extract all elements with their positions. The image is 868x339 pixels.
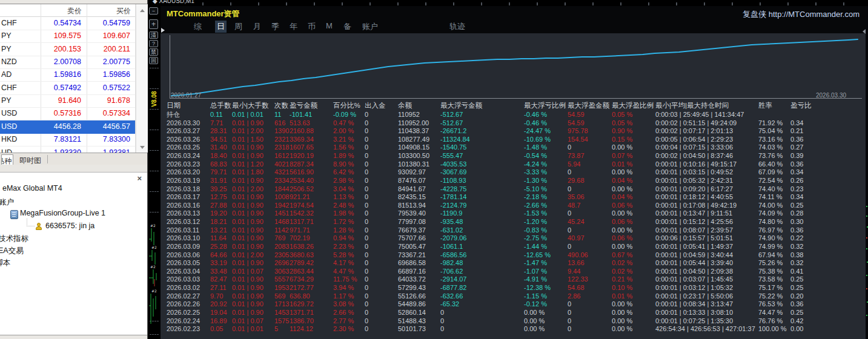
market-watch-scrollbar[interactable] <box>136 4 148 153</box>
navigator-root[interactable]: eMax Global MT4 <box>2 184 62 193</box>
table-cell: -512.67 <box>440 111 463 119</box>
table-cell: 0 <box>365 234 368 242</box>
buy-price-column-header[interactable]: 买价 <box>84 6 131 16</box>
table-cell: 0.01 | 2.00 <box>232 127 263 135</box>
table-cell: -2.18 % <box>524 193 547 201</box>
table-cell: 2026.03.18 <box>167 185 200 193</box>
help-button[interactable]: ? <box>149 40 158 47</box>
disable-button[interactable]: 禁 <box>149 48 158 56</box>
market-watch-row[interactable]: AD1.598161.59856 <box>0 68 135 82</box>
table-cell: 0:00:01 | 0:07:25 | 1:35:30 <box>655 317 733 325</box>
table-cell: -706.62 <box>440 268 463 275</box>
table-cell: -1.15 % <box>524 292 547 300</box>
table-row: 2026.03.307.710.01 | 0.90616513.630.47 %… <box>161 119 866 128</box>
crosshair-move-icon[interactable]: + <box>149 19 158 29</box>
market-watch-row[interactable]: PY91.64091.678 <box>0 94 135 108</box>
navigator-item-accounts[interactable]: 账户 <box>0 197 14 208</box>
table-cell: 0.06 % <box>612 234 632 242</box>
table-cell: 0.28 <box>790 209 803 217</box>
market-watch-row[interactable]: USD0.573160.57334 <box>0 107 135 120</box>
table-cell: 0 <box>568 325 571 333</box>
table-cell: 2026.03.11 <box>167 226 199 234</box>
market-watch-row[interactable]: USD4456.284456.57 <box>0 120 135 134</box>
brand-link[interactable]: 复盘侠 http://MTCommander.com <box>743 9 860 20</box>
table-cell: 6734.29 <box>290 275 314 283</box>
table-cell: 0.34 <box>790 119 803 127</box>
table-cell: -4.24 % <box>524 160 547 168</box>
panel-menu-item-9[interactable]: 备 <box>343 21 351 32</box>
table-cell: 74.47 % <box>758 309 783 317</box>
scroll-up-icon[interactable] <box>140 9 145 12</box>
buy-price: 91.678 <box>84 96 130 105</box>
market-watch-row[interactable]: CHF0.547340.54759 <box>0 17 135 30</box>
panel-menu-item-1[interactable]: 综 <box>194 21 202 32</box>
table-cell: 1.17 % <box>333 292 354 300</box>
sell-price: 0.57316 <box>41 109 81 117</box>
navigator-item-ea[interactable]: EA交易 <box>0 246 24 256</box>
panel-menu-item-2[interactable]: 日 <box>215 21 227 33</box>
table-cell: 74.99 % <box>758 243 783 251</box>
sell-price: 1.59816 <box>41 70 81 79</box>
table-cell: 87476.07 <box>398 177 426 185</box>
panel-menu-item-3[interactable]: 周 <box>234 21 242 32</box>
table-cell: 0.00 % <box>612 168 632 176</box>
panel-menu-item-8[interactable]: M <box>326 21 333 30</box>
clear-button[interactable]: 清 <box>149 31 158 39</box>
panel-menu-item-6[interactable]: 年 <box>290 21 297 32</box>
table-cell: 0.32 <box>790 243 803 251</box>
navigator-item-server[interactable]: MegaFusionGroup-Live 1 <box>20 209 105 217</box>
table-cell: 74.03 % <box>758 143 783 151</box>
market-watch-row[interactable]: PY200.153200.211 <box>0 43 135 56</box>
panel-menu-item-5[interactable]: 季 <box>271 21 279 32</box>
market-watch-row[interactable]: UD1.933301.93381 <box>0 146 135 153</box>
table-cell: 79539.40 <box>398 209 426 217</box>
panel-menu-item-4[interactable]: 月 <box>253 21 261 32</box>
chart-gridline-dash <box>150 88 159 89</box>
table-cell: 0.01 | 0.90 <box>232 209 263 217</box>
column-header: 次数 <box>274 101 288 110</box>
panel-minimize-button[interactable]: − <box>149 7 158 15</box>
table-row: 2026.03.1011.640.01 | 0.90769702.190.94 … <box>161 234 866 243</box>
market-watch-row[interactable]: PY109.575109.607 <box>0 30 135 43</box>
market-watch-row[interactable]: CHF0.574920.57522 <box>0 82 135 95</box>
table-cell: 2.23 % <box>333 243 354 251</box>
table-cell: 769 <box>274 234 285 242</box>
table-cell: 4321 <box>274 168 289 176</box>
table-cell: 69686.58 <box>398 259 426 267</box>
chart-gridline-dash <box>150 109 159 110</box>
panel-menu-item-7[interactable]: 币 <box>308 21 316 32</box>
table-cell: 45.24 <box>568 218 585 226</box>
panel-menu-item-10[interactable]: 账户 <box>362 21 378 32</box>
table-cell: -1781.14 <box>440 193 466 201</box>
table-cell: 3063 <box>274 268 289 275</box>
panel-menu-item-11[interactable]: 轨迹 <box>449 21 465 32</box>
market-watch-row[interactable]: HKD7.831217.83300 <box>0 133 135 146</box>
chart-end-date: 2026.03.30 <box>816 92 846 99</box>
table-cell: 74.11 % <box>758 193 783 201</box>
window-button[interactable]: 回 <box>149 57 158 64</box>
table-cell: -555.47 <box>440 152 463 160</box>
table-cell: 0.07 % <box>612 152 632 160</box>
market-watch-row[interactable]: NZD2.007082.00775 <box>0 56 135 69</box>
navigator-item-scripts[interactable]: 脚本 <box>0 258 10 268</box>
table-row: 2026.03.0664.660.01 | 2.0023053680.635.2… <box>161 251 866 260</box>
market-watch-top-edge <box>0 0 147 4</box>
table-cell: 0.01 | 0.90 <box>232 259 263 267</box>
table-cell: 1.98 % <box>333 209 354 217</box>
tab-symbols[interactable]: 交易品种 <box>1 154 13 165</box>
navigator-item-account[interactable]: 6636575: jin ja <box>45 222 94 230</box>
table-cell: 1.72 % <box>333 218 354 226</box>
table-row: 2026.02.279.700.01 | 0.90569636.801.17 %… <box>161 292 866 301</box>
navigator-item-indicators[interactable]: 技术指标 <box>0 234 28 244</box>
table-cell: -1.20 % <box>524 218 547 226</box>
scroll-down-icon[interactable] <box>140 146 145 149</box>
table-cell: 0.01 | 1.80 <box>232 168 263 176</box>
table-cell: 5616.90 <box>290 168 314 176</box>
panel-right-marker-icon <box>860 29 866 34</box>
close-icon[interactable]: × <box>137 174 142 183</box>
table-cell: 16.89 <box>210 317 227 325</box>
sell-price-column-header[interactable]: 卖价 <box>41 6 82 16</box>
table-cell: -0.46 % <box>524 119 547 127</box>
table-cell: -101.41 <box>290 111 312 119</box>
table-cell: 0:00:01 | 0:08:34 | 3:13:47 <box>655 300 733 308</box>
